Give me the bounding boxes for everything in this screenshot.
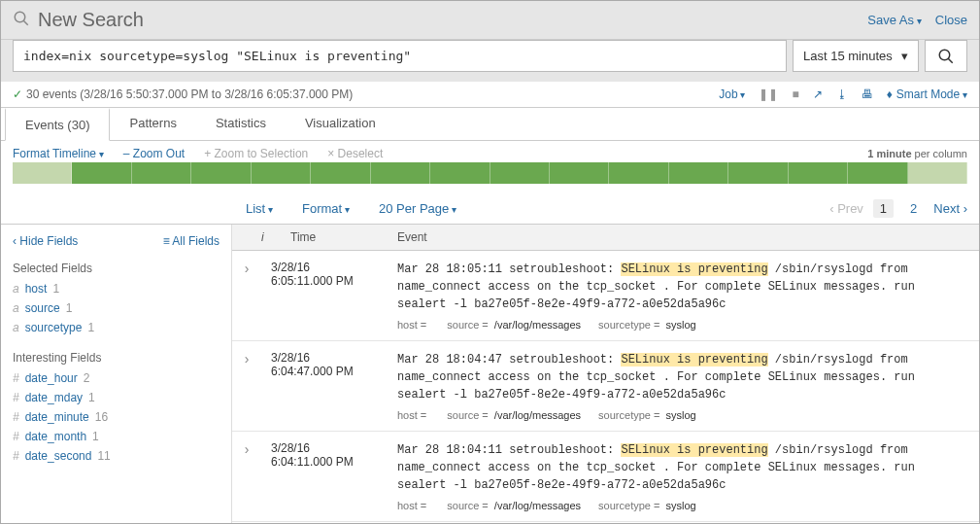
all-fields-link[interactable]: ≡ All Fields — [163, 234, 220, 248]
hide-fields-link[interactable]: ‹ Hide Fields — [13, 234, 78, 248]
svg-line-1 — [23, 20, 28, 25]
format-timeline-menu[interactable]: Format Timeline — [13, 147, 104, 160]
field-row[interactable]: #date_minute16 — [13, 407, 220, 427]
event-message[interactable]: Mar 28 18:05:11 setroubleshoot: SELinux … — [397, 261, 969, 313]
meta-host[interactable]: host = — [397, 319, 429, 331]
tab-patterns[interactable]: Patterns — [110, 108, 195, 140]
pause-icon[interactable]: ❚❚ — [759, 87, 778, 101]
field-row[interactable]: #date_mday1 — [13, 388, 220, 407]
timeline-bar[interactable] — [609, 162, 668, 184]
zoom-to-selection-button: + Zoom to Selection — [204, 147, 308, 160]
expand-row-icon[interactable] — [232, 341, 261, 431]
job-menu[interactable]: Job — [719, 87, 745, 101]
format-menu[interactable]: Format — [302, 201, 350, 216]
timeline-bar[interactable] — [252, 162, 311, 184]
timeline-bar[interactable] — [191, 162, 251, 184]
time-range-picker[interactable]: Last 15 minutes ▾ — [793, 40, 919, 72]
page-2[interactable]: 2 — [903, 199, 924, 218]
timeline-bar[interactable] — [371, 162, 430, 184]
field-row[interactable]: #date_month1 — [13, 427, 220, 446]
timeline-bar[interactable] — [132, 162, 191, 184]
meta-sourcetype[interactable]: sourcetype = syslog — [598, 409, 696, 421]
download-icon[interactable]: ⭳ — [836, 87, 848, 101]
timeline-bar[interactable] — [908, 162, 967, 184]
meta-sourcetype[interactable]: sourcetype = syslog — [598, 500, 696, 511]
bulb-icon: ♦ — [887, 87, 893, 101]
field-name[interactable]: date_hour — [25, 371, 78, 385]
page-title: New Search — [38, 9, 144, 31]
status-text: 30 events (3/28/16 5:50:37.000 PM to 3/2… — [26, 87, 353, 101]
expand-row-icon[interactable] — [232, 251, 261, 340]
tab-visualization[interactable]: Visualization — [286, 108, 395, 140]
tab-statistics[interactable]: Statistics — [196, 108, 286, 140]
list-mode-menu[interactable]: List — [246, 201, 273, 216]
search-input[interactable] — [13, 40, 787, 72]
meta-source[interactable]: source = /var/log/messages — [447, 409, 581, 421]
share-icon[interactable]: ↗ — [813, 87, 823, 101]
col-time[interactable]: Time — [281, 225, 388, 250]
timeline-bar[interactable] — [789, 162, 848, 184]
print-icon[interactable]: 🖶 — [862, 87, 873, 101]
field-name[interactable]: date_mday — [25, 391, 83, 404]
field-name[interactable]: date_minute — [25, 410, 89, 424]
search-icon — [13, 10, 30, 30]
field-name[interactable]: sourcetype — [25, 321, 83, 334]
field-count: 16 — [95, 410, 108, 424]
search-button[interactable] — [925, 40, 967, 72]
meta-sourcetype[interactable]: sourcetype = syslog — [598, 319, 696, 331]
stop-icon[interactable]: ■ — [792, 87, 798, 101]
timeline-bar[interactable] — [430, 162, 490, 184]
timeline-bar[interactable] — [550, 162, 609, 184]
next-page[interactable]: Next › — [933, 201, 967, 216]
field-name[interactable]: date_second — [25, 449, 92, 463]
field-row[interactable]: ahost1 — [13, 279, 220, 298]
save-as-button[interactable]: Save As — [867, 13, 921, 27]
search-mode-menu[interactable]: ♦ Smart Mode — [887, 87, 967, 101]
event-message[interactable]: Mar 28 18:04:11 setroubleshoot: SELinux … — [397, 441, 969, 494]
field-row[interactable]: #date_second11 — [13, 446, 220, 466]
field-name[interactable]: date_month — [25, 430, 86, 443]
expand-row-icon[interactable] — [232, 432, 261, 521]
timeline-bar[interactable] — [669, 162, 728, 184]
field-row[interactable]: #date_hour2 — [13, 368, 220, 388]
meta-host[interactable]: host = — [397, 409, 429, 421]
field-row[interactable]: asourcetype1 — [13, 318, 220, 337]
field-row[interactable]: asource1 — [13, 298, 220, 318]
timeline-chart[interactable] — [1, 162, 979, 193]
zoom-out-button[interactable]: – Zoom Out — [123, 147, 185, 160]
event-row: 3/28/166:04:47.000 PMMar 28 18:04:47 set… — [232, 341, 979, 432]
timeline-bar[interactable] — [728, 162, 788, 184]
col-event: Event — [388, 225, 979, 250]
status-left: ✓ 30 events (3/28/16 5:50:37.000 PM to 3… — [13, 87, 353, 101]
svg-point-0 — [15, 12, 25, 22]
prev-page: ‹ Prev — [829, 201, 863, 216]
col-info[interactable]: i — [261, 225, 281, 250]
field-type: a — [13, 282, 19, 296]
per-page-menu[interactable]: 20 Per Page — [379, 201, 456, 216]
status-right: Job ❚❚ ■ ↗ ⭳ 🖶 ♦ Smart Mode — [719, 87, 967, 101]
event-meta: host = source = /var/log/messagessourcet… — [397, 409, 969, 421]
meta-host[interactable]: host = — [397, 500, 429, 511]
status-bar: ✓ 30 events (3/28/16 5:50:37.000 PM to 3… — [1, 82, 979, 108]
meta-source[interactable]: source = /var/log/messages — [447, 500, 581, 511]
field-type: a — [13, 301, 19, 315]
page-1[interactable]: 1 — [873, 199, 894, 218]
field-name[interactable]: host — [25, 282, 48, 296]
close-button[interactable]: Close — [935, 13, 967, 27]
timeline-bar[interactable] — [72, 162, 131, 184]
pagination: ‹ Prev 1 2 Next › — [829, 199, 967, 218]
timeline-bar[interactable] — [848, 162, 907, 184]
timeline-bar[interactable] — [490, 162, 550, 184]
search-bar: Last 15 minutes ▾ — [1, 40, 979, 82]
events-panel: i Time Event 3/28/166:05:11.000 PMMar 28… — [232, 225, 979, 524]
field-name[interactable]: source — [25, 301, 60, 315]
timeline-bar[interactable] — [13, 162, 72, 184]
meta-source[interactable]: source = /var/log/messages — [447, 319, 581, 331]
tab-events[interactable]: Events (30) — [5, 108, 110, 141]
field-type: # — [13, 410, 19, 424]
timeline-bar[interactable] — [311, 162, 370, 184]
event-message[interactable]: Mar 28 18:04:47 setroubleshoot: SELinux … — [397, 351, 969, 403]
list-controls: List Format 20 Per Page ‹ Prev 1 2 Next … — [1, 193, 979, 224]
fields-sidebar: ‹ Hide Fields ≡ All Fields Selected Fiel… — [1, 225, 232, 524]
highlight: SELinux is preventing — [621, 262, 767, 276]
